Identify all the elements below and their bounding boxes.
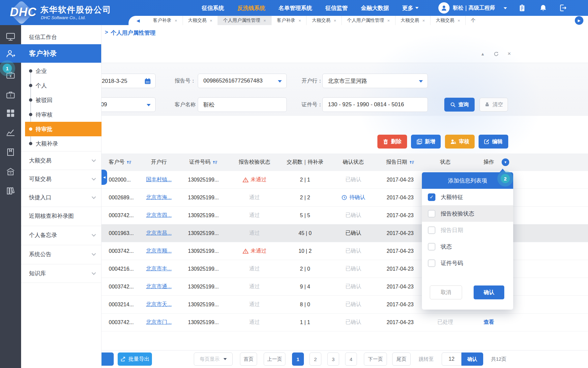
store-icon[interactable] <box>6 167 15 177</box>
tab-scroll-right-icon[interactable]: ▶ <box>575 16 583 25</box>
cell-bank-link[interactable]: 北京市门... <box>139 319 178 326</box>
logout-icon[interactable] <box>559 4 567 12</box>
checkbox-checked-icon[interactable]: ✓ <box>428 193 435 201</box>
close-icon[interactable]: × <box>387 18 390 23</box>
cell-bank-link[interactable]: 北京市海... <box>139 194 178 201</box>
menu-system-notice[interactable]: 系统公告 <box>21 245 101 263</box>
bank-link[interactable]: 北京市昌... <box>146 230 171 237</box>
tab-customer-supplement[interactable]: 客户补录× <box>148 16 183 25</box>
cell-bank-link[interactable]: 北京市天... <box>139 301 178 308</box>
library-icon[interactable] <box>6 186 15 196</box>
nav-more[interactable]: 更多 <box>402 4 419 12</box>
tab-scroll-left-icon[interactable]: ◀ <box>129 16 148 25</box>
menu-customer-supplement-active[interactable]: 客户补录 <box>21 44 101 63</box>
monitor-icon[interactable] <box>6 32 15 42</box>
close-icon[interactable]: × <box>299 18 301 23</box>
user-search-icon[interactable] <box>6 49 15 59</box>
id-no-field[interactable]: 130 - 925 - 1990 - 0814 - 5016 <box>322 97 428 112</box>
grid-icon[interactable] <box>6 108 15 118</box>
table-row-selected[interactable]: 0001963... 北京市昌... 130925199... 通过 45 | … <box>102 224 588 242</box>
next-page-button[interactable]: 下一页 <box>364 352 387 366</box>
close-icon[interactable]: × <box>423 18 425 23</box>
delete-button[interactable]: 删除 <box>377 135 407 149</box>
jump-confirm-button[interactable]: 确认 <box>461 352 483 366</box>
tab-large-transaction-3[interactable]: 大额交易× <box>395 16 430 25</box>
first-page-button[interactable]: 首页 <box>240 352 257 366</box>
table-row[interactable]: 002000... 国丰村镇... 130925199... 未通过 2 | 1… <box>102 171 588 189</box>
menu-recent-check[interactable]: 近期核查和补录图 <box>21 207 101 225</box>
menu-sub-personal[interactable]: 个人 <box>21 78 101 93</box>
checkbox-icon[interactable] <box>428 243 435 251</box>
column-settings-icon[interactable]: ▼ <box>502 158 509 166</box>
checkbox-icon[interactable] <box>428 210 435 217</box>
bank-link[interactable]: 北京市海... <box>146 194 171 201</box>
bank-link[interactable]: 北京市天... <box>146 301 171 308</box>
close-icon[interactable]: × <box>334 18 336 23</box>
menu-credit-workbench[interactable]: 征信工作台 <box>21 30 101 44</box>
query-button[interactable]: 查询 <box>444 98 475 112</box>
col-id-no[interactable]: 证件号码 <box>178 159 228 166</box>
tab-personal-user-attr-active[interactable]: 个人用户属性管理× <box>218 16 271 25</box>
audit-button[interactable]: 审核 <box>445 135 475 149</box>
bank-link[interactable]: 北京市四... <box>146 212 171 219</box>
nav-credit-system[interactable]: 征信系统 <box>202 4 224 12</box>
menu-sub-pending-approval-active[interactable]: 待审批 <box>25 122 102 136</box>
table-row[interactable]: 0003742... 北京市通... 130925199... 通过 9 | 4… <box>102 278 588 296</box>
close-icon[interactable]: × <box>457 18 460 23</box>
close-icon[interactable]: × <box>175 18 177 23</box>
bank-link[interactable]: 国丰村镇... <box>146 176 171 183</box>
table-row[interactable]: 0003742... 北京市顺... 130925199... 未通过 10 |… <box>102 242 588 260</box>
menu-suspicious-transaction[interactable]: 可疑交易 <box>21 170 101 188</box>
col-report-date[interactable]: 报告日期 <box>377 159 423 166</box>
jump-page-input[interactable]: 12 <box>442 352 461 366</box>
report-no-select[interactable]: 0098652616772567483 <box>198 74 287 88</box>
cell-bank-link[interactable]: 国丰村镇... <box>139 176 178 183</box>
bank-link[interactable]: 北京市门... <box>146 319 171 326</box>
menu-quick-entry[interactable]: 快捷入口 <box>21 188 101 207</box>
last-page-button[interactable]: 尾页 <box>392 352 411 366</box>
line-chart-icon[interactable] <box>6 127 15 137</box>
menu-sub-enterprise[interactable]: 企业 <box>21 64 101 78</box>
close-icon[interactable]: × <box>263 18 266 23</box>
cell-bank-link[interactable]: 北京市四... <box>139 212 178 219</box>
menu-sub-pending-review[interactable]: 待审核 <box>21 107 101 122</box>
tab-truncated[interactable]: 个 <box>465 16 479 25</box>
tab-customer-supplement-2[interactable]: 客户补录× <box>271 16 307 25</box>
clipboard-icon[interactable] <box>518 4 526 12</box>
page-3-button[interactable]: 3 <box>327 352 339 366</box>
menu-sub-rejected[interactable]: 被驳回 <box>21 93 101 107</box>
confirm-button[interactable]: 确认 <box>474 285 504 299</box>
collapse-panel-icon[interactable]: ▲ <box>481 51 485 56</box>
clear-button[interactable]: 清空 <box>480 98 508 112</box>
table-row[interactable]: 0003742... 北京市四... 130925199... 通过 5 | 5… <box>102 207 588 224</box>
picker-item-status[interactable]: 状态 <box>422 238 513 255</box>
col-customer-no[interactable]: 客户号 <box>102 159 139 166</box>
tab-large-transaction[interactable]: 大额交易× <box>183 16 218 25</box>
table-row[interactable]: 0002689... 北京市海... 130925199... 通过 2 | 2… <box>102 189 588 207</box>
calendar-icon[interactable] <box>144 78 151 85</box>
alert-case-icon[interactable]: ! <box>6 90 15 100</box>
sort-icon[interactable] <box>127 160 132 165</box>
menu-large-transaction[interactable]: 大额交易 <box>21 151 101 170</box>
bank-link[interactable]: 北京市通... <box>146 283 171 290</box>
page-size-select[interactable]: 每页显示 <box>194 352 233 366</box>
checkbox-icon[interactable] <box>428 226 435 234</box>
nav-credit-supervision[interactable]: 征信监管 <box>325 4 348 12</box>
bell-icon[interactable] <box>539 4 547 12</box>
picker-item-report-check[interactable]: 报告校验状态 <box>422 205 513 222</box>
cell-bank-link[interactable]: 北京市丰... <box>139 265 178 272</box>
bank-select[interactable]: 北京市三里河路 <box>322 74 428 88</box>
picker-item-id-no[interactable]: 证件号码 <box>422 255 513 271</box>
tab-large-transaction-2[interactable]: 大额交易× <box>306 16 341 25</box>
breadcrumb-current[interactable]: 个人用户属性管理 <box>111 29 156 37</box>
menu-knowledge-base[interactable]: 知识库 <box>21 264 101 283</box>
nav-aml-system[interactable]: 反洗钱系统 <box>237 4 265 12</box>
table-row[interactable]: 0003214... 北京市天... 130925199... 通过 8 | 0… <box>102 296 588 314</box>
close-icon[interactable]: × <box>210 18 213 23</box>
page-2-button[interactable]: 2 <box>309 352 321 366</box>
tab-large-transaction-4[interactable]: 大额交易× <box>430 16 465 25</box>
user-name-role[interactable]: 靳松｜高级工程师 <box>453 0 495 16</box>
cell-bank-link[interactable]: 北京市通... <box>139 283 178 290</box>
bank-link[interactable]: 北京市顺... <box>146 248 171 254</box>
nav-financial-bigdata[interactable]: 金融大数据 <box>361 4 389 12</box>
